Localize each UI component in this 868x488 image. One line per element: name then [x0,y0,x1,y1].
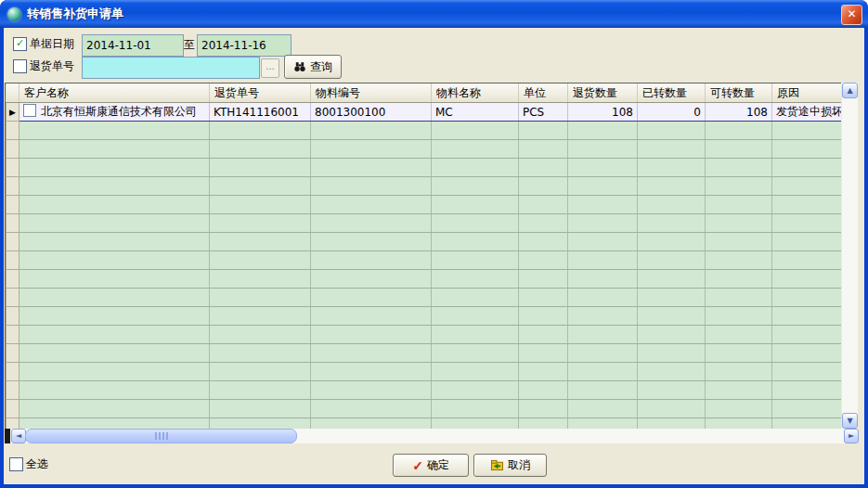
empty-row [6,400,842,418]
scroll-thumb-grip [155,432,168,440]
query-button-label: 查询 [310,59,332,75]
ok-check-icon: ✓ [412,458,423,473]
cell-transferable-qty[interactable]: 108 [706,103,772,122]
cancel-button-label: 取消 [508,457,530,473]
empty-row [6,418,842,430]
column-header-return-no[interactable]: 退货单号 [210,83,311,103]
window-title: 转销售补货申请单 [27,6,123,22]
select-all-label: 全选 [26,456,48,472]
current-row-indicator[interactable]: ▶ [6,103,19,122]
browse-button[interactable]: ... [261,58,279,78]
empty-row [6,344,842,363]
horizontal-scroll-thumb[interactable] [25,429,297,443]
query-button[interactable]: 查询 [284,55,342,79]
cell-customer-text: 北京有恒斯康通信技术有限公司 [41,105,197,118]
scroll-left-icon[interactable]: ◄ [11,429,26,443]
scroll-up-icon[interactable]: ▲ [842,83,858,98]
select-all-checkbox[interactable] [9,457,23,471]
empty-row [6,140,842,159]
cell-customer[interactable]: 北京有恒斯康通信技术有限公司 [19,103,210,122]
cell-return-no[interactable]: KTH141116001 [210,103,311,122]
close-button[interactable]: ✕ [841,5,862,25]
column-header-transferable-qty[interactable]: 可转数量 [706,83,772,103]
empty-row [6,159,842,177]
table-row[interactable]: ▶ 北京有恒斯康通信技术有限公司 KTH141116001 8001300100… [6,103,842,122]
binoculars-icon [293,60,306,73]
date-filter-label: 单据日期 [30,36,74,52]
row-checkbox[interactable] [23,104,36,117]
return-no-checkbox[interactable] [13,59,27,73]
column-header-return-qty[interactable]: 退货数量 [568,83,638,103]
vertical-scrollbar[interactable]: ▲ ▼ [842,83,858,428]
empty-row [6,270,842,289]
grid-body: ▶ 北京有恒斯康通信技术有限公司 KTH141116001 8001300100… [6,103,842,430]
title-bar: 转销售补货申请单 ✕ [0,0,868,28]
empty-row [6,177,842,196]
column-header-material-no[interactable]: 物料编号 [311,83,432,103]
return-no-label: 退货单号 [30,58,74,74]
dialog-body: ✓ 单据日期 至 退货单号 ... 查询 [4,28,864,484]
empty-row [6,233,842,251]
app-icon [7,7,21,21]
cell-unit[interactable]: PCS [519,103,568,122]
scroll-right-icon[interactable]: ► [844,429,859,443]
horizontal-scrollbar[interactable]: ◄ ► [5,429,858,443]
empty-row [6,381,842,400]
selector-header-cell [6,83,19,103]
exit-folder-icon [490,459,504,471]
column-header-customer[interactable]: 客户名称 [19,83,210,103]
empty-row [6,307,842,326]
ok-button[interactable]: ✓ 确定 [393,454,469,477]
empty-row [6,122,842,140]
cancel-button[interactable]: 取消 [473,454,547,477]
empty-row [6,251,842,270]
empty-row [6,196,842,214]
column-header-unit[interactable]: 单位 [519,83,568,103]
empty-row [6,289,842,307]
column-header-material-name[interactable]: 物料名称 [432,83,519,103]
date-filter-checkbox[interactable]: ✓ [13,37,27,51]
column-header-reason[interactable]: 原因 [772,83,842,103]
date-to-label: 至 [184,37,195,53]
cell-reason[interactable]: 发货途中损坏 [772,103,842,122]
date-from-input[interactable] [82,34,184,57]
cell-material-name[interactable]: MC [432,103,519,122]
return-no-input[interactable] [82,57,260,79]
empty-row [6,326,842,344]
date-to-input[interactable] [197,34,291,57]
scroll-down-icon[interactable]: ▼ [842,413,858,429]
grid-splitter-handle[interactable] [5,429,10,443]
empty-row [6,363,842,381]
results-grid: 客户名称 退货单号 物料编号 物料名称 单位 退货数量 已转数量 可转数量 原因… [5,83,841,429]
column-header-transferred-qty[interactable]: 已转数量 [638,83,706,103]
ok-button-label: 确定 [427,457,449,473]
cell-transferred-qty[interactable]: 0 [638,103,706,122]
dialog-window: 转销售补货申请单 ✕ ✓ 单据日期 至 退货单号 ... [0,0,868,488]
cell-material-no[interactable]: 8001300100 [311,103,432,122]
empty-row [6,214,842,233]
cell-return-qty[interactable]: 108 [568,103,638,122]
grid-header-row: 客户名称 退货单号 物料编号 物料名称 单位 退货数量 已转数量 可转数量 原因 [6,83,842,103]
